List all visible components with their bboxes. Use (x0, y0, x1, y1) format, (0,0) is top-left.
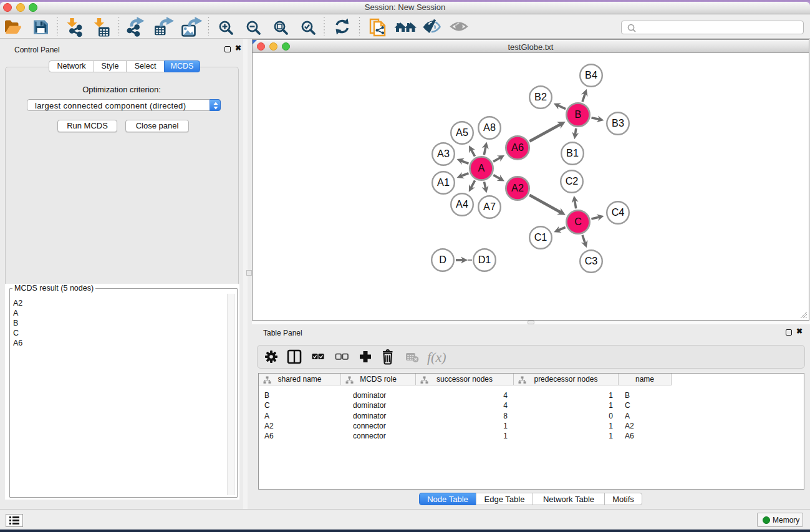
svg-text:A3: A3 (437, 148, 450, 159)
svg-text:B2: B2 (534, 91, 547, 102)
svg-text:A4: A4 (456, 198, 468, 210)
svg-text:A5: A5 (456, 127, 468, 138)
svg-text:D: D (439, 254, 446, 265)
svg-text:A8: A8 (483, 122, 496, 133)
svg-text:D1: D1 (478, 254, 491, 265)
svg-text:A7: A7 (483, 201, 496, 212)
svg-text:B3: B3 (612, 117, 624, 128)
svg-text:C3: C3 (585, 255, 598, 266)
svg-text:C4: C4 (612, 206, 625, 218)
svg-text:C1: C1 (534, 231, 547, 243)
svg-text:A1: A1 (437, 177, 450, 188)
svg-text:A2: A2 (511, 182, 524, 193)
svg-text:A6: A6 (511, 142, 524, 153)
svg-text:B: B (575, 109, 582, 120)
svg-text:B4: B4 (585, 69, 597, 80)
svg-text:B1: B1 (566, 147, 579, 158)
svg-text:C2: C2 (566, 175, 579, 186)
svg-text:C: C (574, 216, 582, 227)
svg-text:f(x): f(x) (427, 349, 446, 365)
svg-text:A: A (478, 162, 485, 173)
